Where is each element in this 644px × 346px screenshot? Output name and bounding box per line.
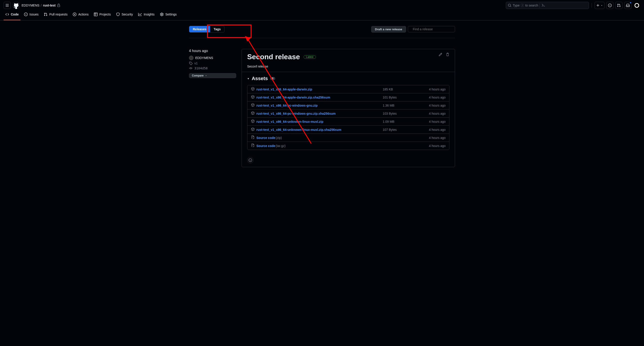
asset-date: 4 hours ago bbox=[421, 96, 446, 99]
play-icon bbox=[73, 12, 76, 16]
triangle-down-icon: ▼ bbox=[247, 77, 250, 80]
search-icon bbox=[411, 27, 411, 31]
asset-date: 4 hours ago bbox=[421, 144, 446, 148]
file-zip-icon bbox=[251, 144, 254, 148]
releases-tags-toggle: Releases Tags bbox=[189, 26, 224, 32]
asset-row: Source code (tar.gz) 4 hours ago bbox=[248, 142, 449, 150]
repo-link[interactable]: rust-test bbox=[43, 3, 56, 7]
asset-row: rust-test_v1_x86_64-unknown-linux-musl.z… bbox=[248, 118, 449, 126]
asset-link[interactable]: Source code (zip) bbox=[251, 136, 383, 140]
tab-code[interactable]: Code bbox=[4, 11, 20, 20]
nav-menu-button[interactable] bbox=[4, 2, 11, 9]
commit-icon bbox=[189, 66, 192, 70]
asset-link[interactable]: rust-test_v1_x86_64-unknown-linux-musl.z… bbox=[251, 128, 383, 132]
asset-size: 185 KB bbox=[383, 88, 421, 91]
tab-pulls[interactable]: Pull requests bbox=[42, 11, 69, 20]
author-link[interactable]: EDDYMENS bbox=[195, 56, 213, 60]
table-icon bbox=[94, 12, 98, 16]
delete-release-button[interactable] bbox=[446, 53, 450, 57]
asset-date: 4 hours ago bbox=[421, 104, 446, 107]
chevron-down-icon bbox=[601, 4, 603, 6]
pencil-icon bbox=[438, 53, 442, 56]
package-icon bbox=[251, 95, 254, 99]
issue-icon bbox=[24, 12, 28, 16]
asset-date: 4 hours ago bbox=[421, 120, 446, 123]
find-release-input[interactable] bbox=[408, 26, 455, 32]
tab-issues[interactable]: Issues bbox=[22, 11, 40, 20]
asset-date: 4 hours ago bbox=[421, 136, 446, 140]
asset-link[interactable]: rust-test_v1_x86_64-pc-windows-gnu.zip bbox=[251, 103, 383, 108]
package-icon bbox=[251, 111, 254, 116]
asset-size: 101 Bytes bbox=[383, 96, 421, 99]
asset-row: rust-test_v1_x86_64-unknown-linux-musl.z… bbox=[248, 126, 449, 134]
github-icon bbox=[12, 2, 20, 9]
asset-link[interactable]: rust-test_v1_x86_64-pc-windows-gnu.zip.s… bbox=[251, 111, 383, 116]
asset-row: rust-test_v1_x86_64-apple-darwin.zip.sha… bbox=[248, 93, 449, 101]
search-label-prefix: Type bbox=[513, 3, 520, 7]
git-pull-request-icon bbox=[617, 3, 621, 7]
pull-request-icon bbox=[44, 12, 48, 16]
search-kbd: / bbox=[521, 4, 524, 7]
compare-button[interactable]: Compare bbox=[189, 73, 236, 78]
tab-settings[interactable]: Settings bbox=[158, 11, 179, 20]
release-author[interactable]: EDDYMENS bbox=[189, 56, 236, 60]
trash-icon bbox=[446, 53, 450, 56]
search-icon bbox=[508, 3, 512, 7]
package-icon bbox=[251, 103, 254, 108]
notifications-button[interactable] bbox=[624, 2, 632, 9]
tab-insights[interactable]: Insights bbox=[136, 11, 156, 20]
release-meta: 4 hours ago EDDYMENS v1 3104d58 Compare bbox=[189, 49, 236, 167]
assets-toggle[interactable]: ▼ Assets 8 bbox=[247, 76, 450, 81]
assets-count-badge: 8 bbox=[270, 77, 275, 80]
assets-title: Assets bbox=[252, 76, 268, 81]
asset-size: 103 Bytes bbox=[383, 112, 421, 115]
release-tag[interactable]: v1 bbox=[189, 61, 236, 65]
releases-toggle[interactable]: Releases bbox=[189, 26, 210, 32]
pull-requests-button[interactable] bbox=[615, 2, 622, 9]
release-card: Second release Latest Seconf release ▼ A… bbox=[242, 49, 455, 167]
graph-icon bbox=[138, 12, 142, 16]
package-icon bbox=[251, 128, 254, 132]
asset-row: rust-test_v1_x86_64-pc-windows-gnu.zip.s… bbox=[248, 110, 449, 118]
asset-size: 107 Bytes bbox=[383, 128, 421, 132]
edit-release-button[interactable] bbox=[438, 53, 442, 57]
package-icon bbox=[251, 119, 254, 124]
add-reaction-button[interactable] bbox=[247, 157, 254, 163]
shield-icon bbox=[116, 12, 120, 16]
release-commit[interactable]: 3104d58 bbox=[189, 66, 236, 70]
code-icon bbox=[6, 12, 9, 16]
asset-row: Source code (zip) 4 hours ago bbox=[248, 134, 449, 142]
asset-link[interactable]: Source code (tar.gz) bbox=[251, 144, 383, 148]
package-icon bbox=[251, 87, 254, 91]
asset-link[interactable]: rust-test_v1_x86_64-apple-darwin.zip.sha… bbox=[251, 95, 383, 99]
inbox-icon bbox=[626, 3, 630, 7]
chevron-down-icon bbox=[205, 74, 207, 77]
asset-size: 1.36 MB bbox=[383, 104, 421, 107]
tab-security[interactable]: Security bbox=[114, 11, 135, 20]
smiley-icon bbox=[248, 159, 252, 162]
latest-badge: Latest bbox=[304, 55, 316, 59]
gear-icon bbox=[160, 12, 164, 16]
draft-release-button[interactable]: Draft a new release bbox=[371, 26, 406, 32]
plus-icon bbox=[596, 3, 600, 7]
search-input[interactable]: Type / to search bbox=[506, 2, 589, 9]
asset-row: rust-test_v1_x86_64-apple-darwin.zip 185… bbox=[248, 85, 449, 93]
asset-link[interactable]: rust-test_v1_x86_64-unknown-linux-musl.z… bbox=[251, 119, 383, 124]
find-release-field[interactable] bbox=[413, 27, 452, 31]
asset-link[interactable]: rust-test_v1_x86_64-apple-darwin.zip bbox=[251, 87, 383, 91]
dot-circle-icon bbox=[608, 3, 612, 7]
owner-link[interactable]: EDDYMENS bbox=[22, 3, 39, 7]
create-new-button[interactable] bbox=[594, 2, 604, 9]
tab-actions[interactable]: Actions bbox=[71, 11, 90, 20]
search-label-suffix: to search bbox=[525, 3, 538, 7]
tags-toggle[interactable]: Tags bbox=[210, 26, 224, 32]
breadcrumb: EDDYMENS / rust-test bbox=[22, 3, 60, 7]
tab-projects[interactable]: Projects bbox=[92, 11, 112, 20]
user-avatar[interactable] bbox=[633, 2, 640, 9]
file-zip-icon bbox=[251, 136, 254, 140]
issues-button[interactable] bbox=[606, 2, 614, 9]
asset-date: 4 hours ago bbox=[421, 112, 446, 115]
command-palette-icon[interactable] bbox=[540, 3, 545, 8]
lock-icon bbox=[57, 3, 60, 7]
github-logo[interactable] bbox=[12, 2, 20, 9]
